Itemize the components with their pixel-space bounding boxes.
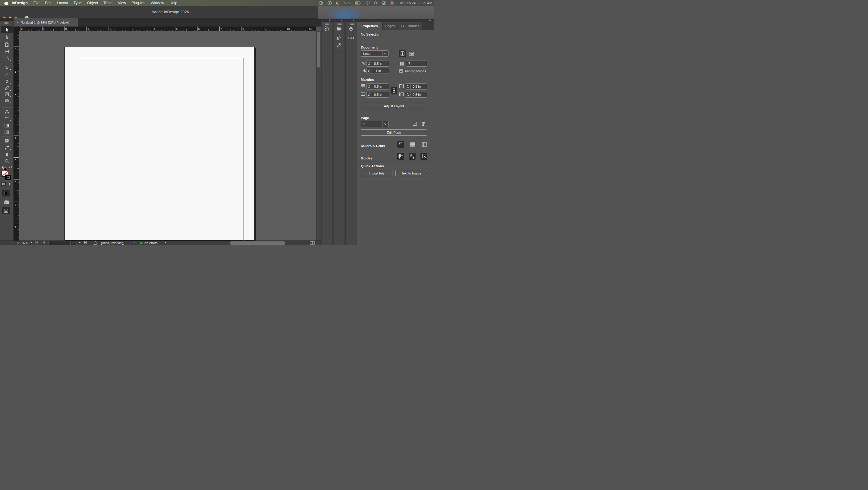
pencil-tool[interactable] [0, 85, 13, 91]
document-tab[interactable]: × *Untitled-1 @ 58% [GPU Preview] [13, 19, 78, 27]
menu-object[interactable]: Object [84, 0, 101, 6]
type-tool[interactable]: T [0, 64, 13, 70]
view-options-icon[interactable] [4, 200, 9, 204]
stroke-swatch[interactable] [5, 175, 11, 181]
mini-fill-stroke-icon[interactable] [2, 166, 7, 170]
record-play-icon[interactable] [327, 1, 332, 5]
zoom-level-value[interactable]: 58.16% [17, 241, 28, 245]
link-margins-button[interactable] [391, 87, 397, 94]
bottom-margin-stepper[interactable] [367, 92, 372, 98]
vertical-scrollbar-thumb[interactable] [317, 32, 320, 67]
control-center-icon[interactable] [381, 1, 386, 5]
menu-table[interactable]: Table [101, 0, 115, 6]
previous-page-button[interactable] [43, 241, 45, 244]
dock-grip[interactable] [324, 24, 331, 25]
adjust-layout-button[interactable]: Adjust Layout [361, 103, 427, 109]
menu-bar-clock[interactable]: 8:29 AM [420, 1, 432, 5]
facing-pages-checkbox[interactable] [399, 69, 403, 73]
menu-bar-date[interactable]: Tue Feb 24 [398, 1, 415, 5]
vertical-ruler[interactable]: 012345678 [13, 31, 19, 241]
horizontal-ruler[interactable]: 2101234567891011 [19, 27, 316, 31]
pages-count-field[interactable]: 7 [406, 61, 427, 67]
wifi-icon[interactable] [365, 1, 370, 5]
dock-grip[interactable] [348, 24, 355, 25]
top-margin-stepper[interactable] [367, 84, 372, 90]
landscape-orientation-button[interactable] [408, 50, 415, 57]
pen-tool[interactable] [0, 78, 13, 85]
paragraph-styles-icon[interactable]: ¶ [334, 43, 344, 48]
ellipse-tool[interactable] [0, 97, 13, 104]
import-file-button[interactable]: Import File [361, 170, 393, 176]
battery-icon[interactable] [355, 1, 361, 5]
page-field-dropdown-icon[interactable] [70, 241, 75, 245]
preflight-profile[interactable]: [Basic] (working) [101, 241, 124, 245]
document-canvas[interactable] [19, 31, 316, 241]
menu-help[interactable]: Help [167, 0, 180, 6]
text-to-image-button[interactable]: Text to Image [396, 170, 427, 176]
menu-window[interactable]: Window [148, 0, 167, 6]
content-collector-tool[interactable] [0, 55, 13, 62]
gradient-swatch-tool[interactable] [0, 122, 13, 129]
horizontal-scrollbar-thumb[interactable] [230, 241, 285, 245]
lock-guides-button[interactable] [409, 153, 415, 160]
next-page-button[interactable] [79, 241, 81, 244]
height-field[interactable]: 11 in [372, 68, 389, 74]
document-grid-icon[interactable] [421, 141, 428, 148]
hand-tool[interactable] [0, 151, 13, 158]
menu-plugins[interactable]: Plug-Ins [129, 0, 148, 6]
top-margin-field[interactable]: 0.5 in [372, 84, 389, 90]
frame-tool[interactable] [0, 91, 13, 98]
moon-icon[interactable] [336, 1, 340, 5]
status-page-field[interactable]: 1 [48, 241, 75, 245]
outside-margin-stepper[interactable] [405, 92, 410, 98]
show-guides-button[interactable] [397, 153, 404, 160]
last-page-button[interactable] [84, 241, 87, 244]
history-icon[interactable] [321, 26, 333, 31]
note-tool[interactable] [0, 137, 13, 144]
height-stepper[interactable] [367, 68, 372, 74]
selection-tool[interactable] [1, 26, 13, 33]
line-tool[interactable] [0, 71, 13, 78]
links-icon[interactable] [346, 36, 356, 40]
close-tab-icon[interactable]: × [17, 21, 19, 24]
resize-grip[interactable] [317, 241, 320, 245]
spotlight-icon[interactable] [374, 1, 378, 5]
gradient-feather-tool[interactable] [0, 129, 13, 135]
screen-mode-button[interactable] [2, 207, 10, 214]
tab-pages[interactable]: Pages [383, 22, 398, 30]
eyedropper-tool[interactable] [0, 144, 13, 151]
scissors-tool[interactable] [0, 108, 13, 115]
delete-page-icon[interactable] [421, 121, 425, 126]
swap-fill-stroke-icon[interactable] [8, 166, 12, 170]
menu-view[interactable]: View [115, 0, 129, 6]
inside-margin-field[interactable]: 0.5 in [410, 84, 427, 90]
apply-color-button[interactable] [2, 190, 10, 196]
page-tool[interactable] [0, 41, 13, 48]
zoom-tool[interactable] [0, 158, 13, 164]
menu-type[interactable]: Type [71, 0, 84, 6]
layers-icon[interactable] [346, 27, 356, 31]
split-layout-view-icon[interactable] [310, 241, 315, 245]
toolbar-grip[interactable] [3, 22, 11, 24]
edit-page-button[interactable]: Edit Page [361, 129, 427, 135]
character-styles-icon[interactable]: A [334, 35, 344, 40]
cc-libraries-icon[interactable] [334, 27, 344, 31]
apple-menu-icon[interactable] [4, 1, 8, 5]
menu-layout[interactable]: Layout [54, 0, 71, 6]
menu-file[interactable]: File [31, 0, 42, 6]
creative-cloud-icon[interactable] [318, 1, 323, 5]
formatting-affects-container-button[interactable] [1, 182, 6, 186]
baseline-grid-icon[interactable] [409, 141, 416, 148]
first-page-button[interactable] [35, 241, 38, 244]
menu-edit[interactable]: Edit [42, 0, 54, 6]
width-field[interactable]: 8.5 in [372, 61, 389, 67]
portrait-orientation-button[interactable] [399, 50, 406, 57]
outside-margin-field[interactable]: 0.5 in [410, 92, 427, 98]
width-stepper[interactable] [367, 61, 372, 67]
camera-app-icon[interactable] [390, 1, 394, 5]
bottom-margin-field[interactable]: 0.5 in [372, 92, 389, 98]
tab-properties[interactable]: Properties [357, 22, 382, 30]
tab-cc-libraries[interactable]: CC Libraries [398, 22, 422, 30]
ruler-origin-corner[interactable] [13, 27, 19, 31]
formatting-affects-text-button[interactable]: T [7, 182, 11, 186]
